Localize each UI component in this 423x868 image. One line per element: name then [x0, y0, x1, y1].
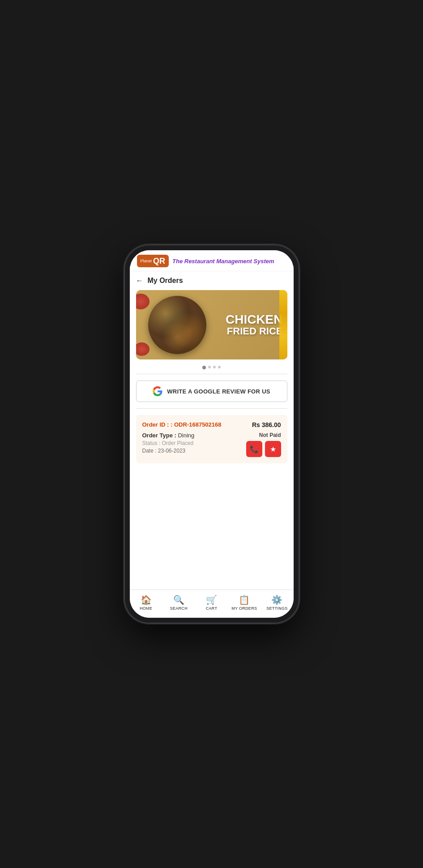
- banner-image-area: [136, 290, 219, 359]
- banner-wrapper: CHICKEN FRIED RICE: [136, 290, 287, 359]
- star-icon: ★: [270, 445, 276, 453]
- order-type-row: Order Type : Dining: [142, 432, 246, 439]
- phone-screen: Planet QR The Restaurant Management Syst…: [130, 250, 294, 618]
- carousel-dot-2[interactable]: [208, 366, 211, 368]
- page-title: My Orders: [148, 277, 183, 285]
- phone-icon: 📞: [250, 445, 259, 453]
- divider-top: [136, 374, 287, 374]
- order-left: Order Type : Dining Status : Order Place…: [142, 432, 246, 454]
- order-type-value: Dining: [178, 432, 194, 439]
- carousel-dot-4[interactable]: [218, 366, 221, 368]
- google-g-icon: [153, 386, 162, 396]
- logo-qr-text: QR: [153, 257, 165, 265]
- banner-container: CHICKEN FRIED RICE: [130, 290, 294, 359]
- carousel-dots: [130, 366, 294, 369]
- banner-food-circle: [148, 296, 206, 354]
- nav-home-label: HOME: [140, 606, 152, 611]
- logo-badge: Planet QR: [137, 255, 169, 267]
- back-button[interactable]: ←: [136, 276, 145, 286]
- carousel-dot-1[interactable]: [202, 366, 206, 369]
- cart-icon: 🛒: [206, 594, 217, 605]
- phone-shell: Planet QR The Restaurant Management Syst…: [124, 245, 299, 623]
- nav-cart-label: CART: [206, 606, 218, 611]
- logo-block: Planet QR The Restaurant Management Syst…: [137, 255, 274, 267]
- banner-title-line2: FRIED RICE: [226, 325, 283, 336]
- google-review-button[interactable]: WRITE A GOOGLE REVIEW FOR US: [136, 381, 287, 402]
- app-header: Planet QR The Restaurant Management Syst…: [130, 250, 294, 271]
- review-btn-container: WRITE A GOOGLE REVIEW FOR US: [130, 381, 294, 408]
- order-right: Not Paid 📞 ★: [246, 432, 281, 457]
- order-card: Order ID : : ODR-1687502168 Rs 386.00 Or…: [136, 415, 287, 463]
- back-arrow-icon: ←: [136, 277, 143, 285]
- divider-bottom: [136, 408, 287, 409]
- nav-settings-label: SETTINGS: [266, 606, 287, 611]
- google-review-text: WRITE A GOOGLE REVIEW FOR US: [167, 388, 270, 395]
- nav-search[interactable]: 🔍 SEARCH: [162, 593, 195, 612]
- nav-my-orders[interactable]: 📋 MY ORDERS: [228, 593, 261, 612]
- nav-orders-label: MY ORDERS: [231, 606, 257, 611]
- orders-icon: 📋: [239, 594, 250, 605]
- nav-search-label: SEARCH: [170, 606, 188, 611]
- order-details-row: Order Type : Dining Status : Order Place…: [142, 432, 281, 457]
- banner-text-area: CHICKEN FRIED RICE: [226, 313, 283, 336]
- review-star-button[interactable]: ★: [265, 441, 281, 457]
- order-amount: Rs 386.00: [252, 421, 281, 428]
- food-texture: [148, 296, 206, 354]
- content-area: CHICKEN FRIED RICE: [130, 290, 294, 590]
- banner-title-line1: CHICKEN: [226, 313, 283, 325]
- logo-planet-text: Planet: [141, 259, 152, 263]
- payment-status-badge: Not Paid: [259, 432, 281, 438]
- search-icon: 🔍: [173, 594, 184, 605]
- nav-cart[interactable]: 🛒 CART: [195, 593, 228, 612]
- deco-right-stripe: [279, 290, 287, 359]
- order-action-buttons: 📞 ★: [246, 441, 281, 457]
- order-status-row: Status : Order Placed: [142, 440, 246, 446]
- page-title-bar: ← My Orders: [130, 271, 294, 290]
- home-icon: 🏠: [141, 594, 152, 605]
- order-date-row: Date : 23-06-2023: [142, 448, 246, 454]
- nav-settings[interactable]: ⚙️ SETTINGS: [261, 593, 293, 612]
- logo-tagline: The Restaurant Management System: [172, 258, 274, 265]
- settings-icon: ⚙️: [271, 594, 282, 605]
- order-id: Order ID : : ODR-1687502168: [142, 421, 222, 428]
- banner-content: CHICKEN FRIED RICE: [136, 290, 287, 359]
- call-button[interactable]: 📞: [246, 441, 262, 457]
- nav-home[interactable]: 🏠 HOME: [130, 593, 162, 612]
- order-card-header: Order ID : : ODR-1687502168 Rs 386.00: [142, 421, 281, 428]
- bottom-nav: 🏠 HOME 🔍 SEARCH 🛒 CART 📋 MY ORDERS ⚙️ SE…: [130, 590, 294, 618]
- carousel-dot-3[interactable]: [213, 366, 216, 368]
- order-type-label: Order Type :: [142, 432, 176, 439]
